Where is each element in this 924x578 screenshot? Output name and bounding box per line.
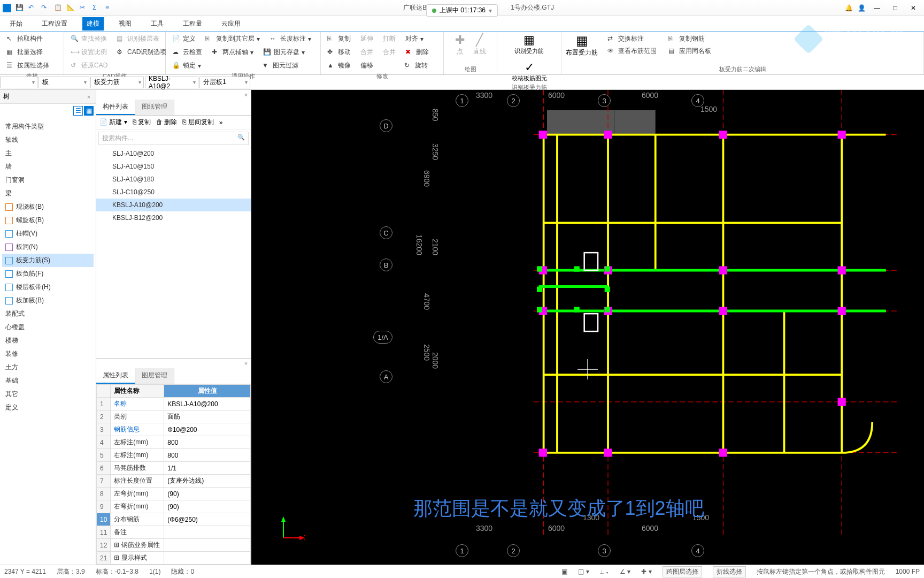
property-row[interactable]: 3钢筋信息Φ10@200	[97, 423, 251, 436]
delete-button[interactable]: ✖删除	[403, 47, 431, 58]
recognize-rebar-button[interactable]: ▦识别受力筋	[514, 33, 544, 55]
save-icon[interactable]: 💾	[16, 4, 24, 12]
swap-annotation-button[interactable]: ⇄交换标注	[605, 33, 659, 44]
menu-tools[interactable]: 工具	[147, 17, 168, 31]
tree-soil[interactable]: 土方	[2, 361, 94, 374]
redo-icon[interactable]: ↷	[41, 4, 50, 12]
tree-wall2[interactable]: 墙	[2, 160, 94, 173]
sb-icon[interactable]: ◫ ▾	[578, 568, 589, 575]
component-item[interactable]: KBSLJ-A10@200	[96, 199, 251, 211]
mirror-button[interactable]: ▲镜像	[325, 60, 353, 71]
tree-other[interactable]: 其它	[2, 387, 94, 401]
property-row[interactable]: 1名称KBSLJ-A10@200	[97, 398, 251, 410]
tree-item[interactable]: 柱帽(V)	[2, 227, 94, 240]
chevron-down-icon[interactable]: ▾	[489, 7, 492, 14]
tree-item[interactable]: 板负筋(F)	[2, 267, 94, 280]
rotate-button[interactable]: ↻旋转	[402, 60, 430, 71]
property-row[interactable]: 8左弯折(mm)(90)	[97, 488, 251, 500]
tree-stair[interactable]: 楼梯	[2, 334, 94, 347]
property-row[interactable]: 5右标注(mm)800	[97, 449, 251, 462]
tree-base[interactable]: 基础	[2, 374, 94, 387]
property-row[interactable]: 10分布钢筋(Φ6@250)	[97, 513, 251, 526]
menu-settings[interactable]: 工程设置	[37, 17, 72, 31]
menu-cloud[interactable]: 云应用	[217, 17, 245, 31]
element-store-button[interactable]: 💾图元存盘 ▾	[261, 47, 307, 58]
tab-prop-list[interactable]: 属性列表	[96, 368, 135, 384]
span-select-button[interactable]: 跨图层选择	[663, 566, 702, 577]
offset-button[interactable]: 偏移	[358, 60, 375, 71]
menu-start[interactable]: 开始	[5, 17, 27, 31]
tree-item[interactable]: 板受力筋(S)	[2, 254, 94, 267]
tree-view-icon[interactable]: ☰	[73, 106, 83, 116]
selector-type[interactable]: 板受力筋	[90, 77, 144, 88]
tree-item[interactable]: 板加腋(B)	[2, 294, 94, 307]
component-item[interactable]: SLJ-A10@200	[96, 147, 251, 160]
tree-item[interactable]: 现浇板(B)	[2, 200, 94, 214]
qat-icon2[interactable]: 📐	[67, 4, 75, 12]
two-point-aux-button[interactable]: ✚两点辅轴 ▾	[210, 47, 256, 58]
component-item[interactable]: SLJ-A10@180	[96, 173, 251, 186]
tree-item[interactable]: 板洞(N)	[2, 240, 94, 254]
length-dim-button[interactable]: ↔长度标注 ▾	[267, 33, 313, 44]
property-row[interactable]: 9右弯折(mm)(90)	[97, 500, 251, 513]
menu-model[interactable]: 建模	[82, 17, 104, 31]
tree-beam[interactable]: 梁	[2, 187, 94, 200]
prop-select-button[interactable]: ☰按属性选择	[4, 60, 51, 71]
close-prop-icon[interactable]: ×	[242, 360, 250, 367]
batch-select-button[interactable]: ▦批量选择	[4, 47, 45, 58]
sb-icon[interactable]: ⟂ ▾	[600, 568, 609, 575]
selector-category[interactable]: 板	[38, 77, 89, 88]
user-icon[interactable]: 👤	[856, 4, 867, 12]
tab-layer-mgmt[interactable]: 图层管理	[135, 368, 174, 384]
layout-rebar-button[interactable]: ▦布置受力筋	[566, 33, 598, 57]
menu-view[interactable]: 视图	[114, 17, 136, 31]
close-mid-icon[interactable]: ×	[242, 91, 250, 98]
qat-icon3[interactable]: ✂	[80, 4, 88, 12]
menu-qty[interactable]: 工程量	[179, 17, 206, 31]
property-row[interactable]: 2类别面筋	[97, 410, 251, 423]
drawing-canvas[interactable]: 1 2 3 4 1 2 3 4 D C B 1/A A 3300 6000 60…	[251, 90, 924, 565]
property-row[interactable]: 11备注	[97, 526, 251, 539]
tree-core[interactable]: 心楼盖	[2, 321, 94, 334]
tab-drawing-mgmt[interactable]: 图纸管理	[135, 100, 174, 115]
delete-comp-button[interactable]: 🗑 删除	[156, 118, 177, 127]
poly-select-button[interactable]: 折线选择	[713, 566, 746, 577]
copy-floor-button[interactable]: ⎘复制到其它层 ▾	[203, 33, 262, 44]
min-icon[interactable]: —	[869, 4, 885, 12]
search-components-input[interactable]: 搜索构件...	[98, 132, 249, 145]
tree-item[interactable]: 楼层板带(H)	[2, 280, 94, 294]
line-button[interactable]: ╱直线	[473, 33, 486, 56]
tree-axis[interactable]: 轴线	[2, 133, 94, 147]
tree-common-types[interactable]: 常用构件类型	[2, 120, 94, 133]
selector-layer[interactable]: 分层板1	[199, 77, 250, 88]
close-icon[interactable]: ✕	[905, 4, 921, 12]
qat-icon[interactable]: 📋	[54, 4, 63, 12]
property-row[interactable]: 6马凳筋排数1/1	[97, 462, 251, 475]
component-item[interactable]: SLJ-C10@250	[96, 186, 251, 199]
same-template-button[interactable]: ▤应用同名板	[666, 45, 713, 57]
property-row[interactable]: 21⊞ 显示样式	[97, 552, 251, 565]
qat-icon4[interactable]: Σ	[93, 4, 101, 12]
more-icon[interactable]: »	[219, 119, 223, 126]
close-tree-icon[interactable]: ×	[85, 93, 93, 101]
copy-button[interactable]: ⎘复制	[325, 33, 353, 44]
view-range-button[interactable]: 👁查看布筋范围	[605, 45, 659, 57]
tree-custom[interactable]: 定义	[2, 401, 94, 414]
new-button[interactable]: 📄 新建 ▾	[99, 118, 127, 127]
property-row[interactable]: 12⊞ 钢筋业务属性	[97, 539, 251, 552]
selector-1[interactable]	[0, 77, 37, 88]
component-item[interactable]: KBSLJ-B12@200	[96, 211, 251, 224]
define-button[interactable]: 📄定义	[170, 33, 198, 44]
sb-icon[interactable]: ∠ ▾	[620, 568, 630, 575]
sb-icon[interactable]: ✚ ▾	[641, 568, 651, 575]
notif-icon[interactable]: 🔔	[843, 4, 854, 12]
tree-item[interactable]: 螺旋板(B)	[2, 214, 94, 227]
point-button[interactable]: ✚点	[455, 33, 465, 56]
check-rebar-button[interactable]: ✓校核板筋图元	[512, 60, 547, 82]
cad-options-button[interactable]: ⚙CAD识别选项	[114, 47, 168, 58]
tree-repair[interactable]: 装修	[2, 347, 94, 361]
qat-more[interactable]: ≡	[105, 4, 114, 12]
undo-icon[interactable]: ↶	[28, 4, 37, 12]
tree-prefab[interactable]: 装配式	[2, 307, 94, 321]
align-button[interactable]: 对齐 ▾	[403, 33, 426, 44]
